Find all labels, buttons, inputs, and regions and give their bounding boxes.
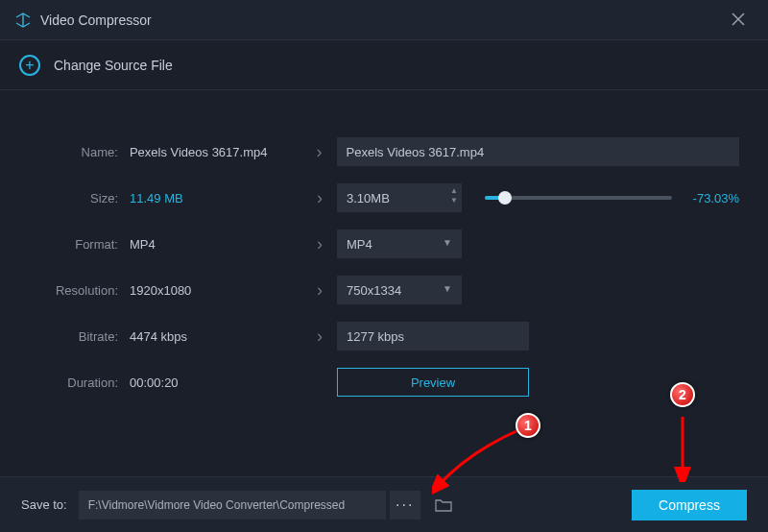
chevron-right-icon: › [302,142,337,162]
preview-button[interactable]: Preview [337,368,529,397]
size-slider[interactable]: -73.03% [462,191,739,206]
change-source-label: Change Source File [54,58,173,73]
app-icon [15,12,31,28]
target-name-value[interactable]: Pexels Videos 3617.mp4 [337,137,739,166]
row-duration: Duration: 00:00:20 Preview [29,359,739,405]
settings-panel: Name: Pexels Videos 3617.mp4 › Pexels Vi… [0,90,768,405]
label-bitrate: Bitrate: [29,329,130,344]
label-resolution: Resolution: [29,283,130,298]
original-name: Pexels Videos 3617.mp4 [130,145,302,159]
footer-bar: Save to: F:\Vidmore\Vidmore Video Conver… [0,476,768,532]
target-bitrate-field[interactable]: 1277 kbps [337,322,529,351]
original-size: 11.49 MB [130,191,302,206]
chevron-right-icon: › [302,326,337,347]
stepper-down-icon[interactable]: ▼ [450,196,458,206]
chevron-down-icon: ▼ [443,283,452,294]
row-bitrate: Bitrate: 4474 kbps › 1277 kbps [29,313,739,359]
original-duration: 00:00:20 [130,375,302,390]
original-format: MP4 [130,237,302,252]
folder-icon [435,498,452,512]
chevron-right-icon: › [302,280,337,301]
stepper-up-icon[interactable]: ▲ [450,186,458,196]
target-name-field[interactable]: Pexels Videos 3617.mp4 [337,137,739,166]
chevron-right-icon: › [302,234,337,254]
change-source-bar[interactable]: + Change Source File [0,40,768,90]
label-name: Name: [29,145,130,159]
chevron-down-icon: ▼ [443,237,452,248]
open-folder-button[interactable] [428,491,459,520]
original-resolution: 1920x1080 [130,283,302,298]
row-size: Size: 11.49 MB › 3.10MB ▲▼ -73.03% [29,175,739,221]
target-size-value[interactable]: 3.10MB [337,183,462,212]
label-duration: Duration: [29,375,130,390]
close-icon[interactable] [724,5,753,35]
titlebar: Video Compressor [0,0,768,40]
browse-more-button[interactable]: ··· [390,491,420,520]
callout-1: 1 [516,413,540,438]
target-resolution-select[interactable]: 750x1334 ▼ [337,276,462,304]
target-format-select[interactable]: MP4 ▼ [337,230,462,258]
save-to-label: Save to: [21,497,67,512]
slider-thumb[interactable] [498,191,512,205]
save-path-field[interactable]: F:\Vidmore\Vidmore Video Converter\Compr… [79,491,386,520]
row-format: Format: MP4 › MP4 ▼ [29,221,739,267]
callout-2: 2 [670,382,695,407]
target-bitrate-value[interactable]: 1277 kbps [337,322,529,351]
window-title: Video Compressor [40,12,152,28]
chevron-right-icon: › [302,188,337,208]
row-name: Name: Pexels Videos 3617.mp4 › Pexels Vi… [29,129,739,175]
label-size: Size: [29,191,130,206]
compression-percent: -73.03% [672,191,739,206]
label-format: Format: [29,237,130,252]
target-size-field[interactable]: 3.10MB ▲▼ [337,183,462,212]
size-stepper[interactable]: ▲▼ [450,186,458,206]
compress-button[interactable]: Compress [632,490,747,520]
slider-track[interactable] [485,196,672,200]
annotation-arrow-2 [668,413,697,482]
row-resolution: Resolution: 1920x1080 › 750x1334 ▼ [29,267,739,313]
plus-circle-icon: + [19,55,40,76]
original-bitrate: 4474 kbps [130,329,302,344]
